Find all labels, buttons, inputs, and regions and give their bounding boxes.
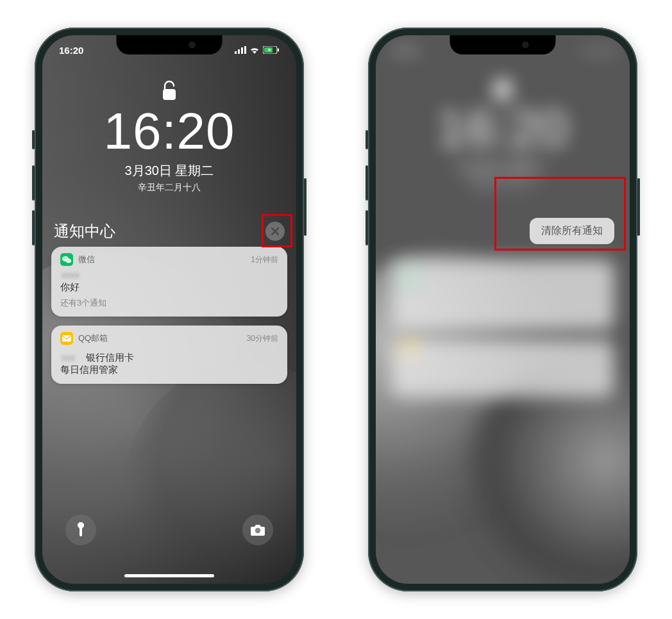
notification-line1: 银行信用卡 xyxy=(86,352,134,363)
notification-more-count: 还有3个通知 xyxy=(60,297,278,309)
mute-switch xyxy=(32,130,35,149)
notification-time: 30分钟前 xyxy=(247,333,278,344)
unlock-icon xyxy=(42,80,296,102)
notification-sender-redacted: xxx xyxy=(60,352,83,363)
battery-icon: ■ xyxy=(607,45,613,56)
lockscreen[interactable]: 16:20 16:20 3月30日 星期二 辛丑年二月十八 xyxy=(42,35,296,584)
notification-card xyxy=(391,340,614,397)
svg-rect-0 xyxy=(235,51,237,54)
camera-button[interactable] xyxy=(242,515,273,545)
camera-icon xyxy=(250,524,265,536)
volume-down xyxy=(32,210,35,245)
lockscreen-date: 3月30日 星期二 xyxy=(376,160,630,177)
lockscreen-time: 16:20 xyxy=(376,103,630,154)
flashlight-button[interactable] xyxy=(65,515,96,545)
svg-rect-3 xyxy=(244,46,246,54)
svg-rect-7 xyxy=(163,89,176,100)
phone-left: 16:20 16:20 3月30日 星期二 辛丑年二月十八 xyxy=(35,28,304,591)
mute-switch xyxy=(365,130,368,149)
notification-app-name: QQ邮箱 xyxy=(78,333,242,344)
notification-message: 你好 xyxy=(60,281,278,293)
svg-rect-14 xyxy=(62,335,71,342)
mail-icon xyxy=(60,332,73,345)
wechat-icon xyxy=(60,253,73,266)
unlock-icon xyxy=(495,80,510,99)
notification-line2: 每日信用管家 xyxy=(60,364,278,376)
lock-clock-area: 16:20 3月30日 星期二 辛丑年二月十八 xyxy=(42,80,296,194)
wifi-icon: ▲ xyxy=(594,45,604,56)
svg-rect-15 xyxy=(79,522,83,524)
lockscreen-lunar-date: 辛丑年二月十八 xyxy=(42,182,296,194)
notification-card-qqmail[interactable]: QQ邮箱 30分钟前 xxx 银行信用卡 每日信用管家 xyxy=(51,326,287,384)
clear-all-notifications-button[interactable]: 清除所有通知 xyxy=(530,218,614,244)
svg-point-13 xyxy=(69,260,70,261)
battery-icon xyxy=(263,46,280,54)
notch xyxy=(117,35,223,54)
lock-clock-area: 16:20 3月30日 星期二 辛丑年二月十八 xyxy=(376,80,630,191)
notification-time: 1分钟前 xyxy=(251,254,278,265)
clear-notifications-button[interactable] xyxy=(265,222,285,241)
power-button xyxy=(304,178,307,236)
signal-icon: ••• xyxy=(581,45,591,56)
flashlight-icon xyxy=(76,522,86,538)
lockscreen-time: 16:20 xyxy=(42,106,296,157)
status-time: 16:20 xyxy=(392,45,417,56)
lockscreen-blurred[interactable]: 16:20 ••• ▲ ■ 16:20 3月30日 星期二 辛丑年二月十八 清除… xyxy=(376,35,630,584)
home-indicator[interactable] xyxy=(124,574,214,577)
notification-card-wechat[interactable]: 微信 1分钟前 xxxx 你好 还有3个通知 xyxy=(51,247,287,317)
svg-rect-6 xyxy=(278,49,279,52)
svg-point-9 xyxy=(66,259,71,263)
notification-list: 微信 1分钟前 xxxx 你好 还有3个通知 QQ邮箱 30分钟前 xxx 银行 xyxy=(51,247,287,393)
status-time: 16:20 xyxy=(59,45,83,56)
volume-up xyxy=(32,165,35,201)
notification-center-title: 通知中心 xyxy=(54,221,115,242)
svg-rect-1 xyxy=(238,49,240,54)
volume-up xyxy=(365,165,368,201)
notification-center-header: 通知中心 xyxy=(42,221,296,242)
volume-down xyxy=(365,210,368,245)
wifi-icon xyxy=(249,46,260,54)
notification-app-name: 微信 xyxy=(78,254,246,265)
svg-point-11 xyxy=(66,258,67,259)
close-icon xyxy=(271,227,279,235)
svg-rect-2 xyxy=(241,47,243,54)
lockscreen-date: 3月30日 星期二 xyxy=(42,162,296,179)
svg-point-16 xyxy=(255,528,260,533)
notification-card xyxy=(391,260,614,330)
notch xyxy=(450,35,556,54)
lockscreen-lunar-date: 辛丑年二月十八 xyxy=(376,179,630,191)
signal-icon xyxy=(235,46,246,54)
power-button xyxy=(637,178,640,236)
notification-sender: xxxx xyxy=(60,270,81,280)
svg-point-10 xyxy=(64,258,65,259)
phone-right: 16:20 ••• ▲ ■ 16:20 3月30日 星期二 辛丑年二月十八 清除… xyxy=(368,28,637,591)
svg-point-12 xyxy=(67,260,68,261)
